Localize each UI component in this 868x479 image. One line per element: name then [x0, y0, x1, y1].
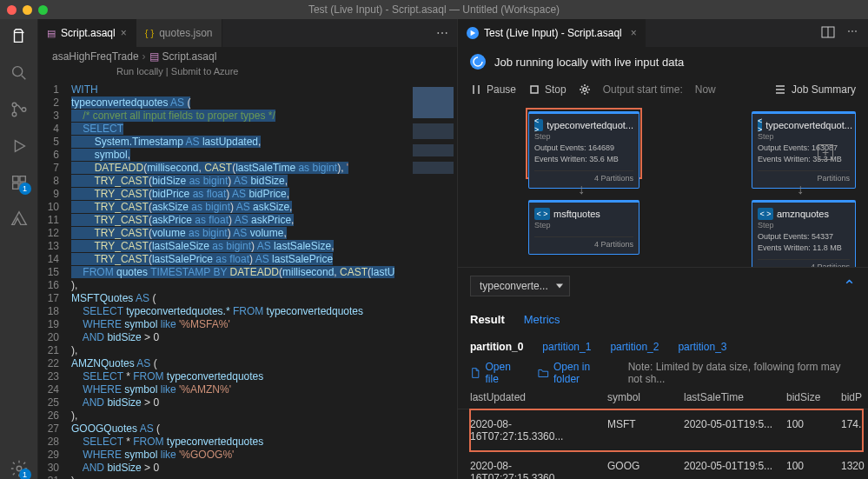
svg-point-2 — [12, 103, 17, 107]
code-editor[interactable]: WITHtypeconvertedquotes AS ( /* convert … — [71, 82, 409, 479]
tab-test-live-input[interactable]: Test (Live Input) - Script.asaql × — [458, 19, 646, 47]
partition-tabs: partition_0 partition_1 partition_2 part… — [458, 334, 868, 360]
grid-header-row: lastUpdated symbol lastSaleTime bidSize … — [470, 386, 863, 409]
col-bidsize[interactable]: bidSize — [786, 391, 834, 403]
add-node-button[interactable]: + — [818, 144, 833, 160]
partition-2-tab[interactable]: partition_2 — [610, 341, 659, 353]
arrow-down-icon: ↓ — [578, 182, 585, 197]
file-icon: ▤ — [47, 28, 56, 39]
partition-0-tab[interactable]: partition_0 — [470, 341, 523, 353]
output-start-value: Now — [695, 83, 716, 96]
node-amznquotes[interactable]: < >amznquotes Step Output Events: 54337 … — [752, 200, 856, 268]
live-test-pane: Test (Live Input) - Script.asaql × ⋯ Job… — [458, 19, 868, 479]
node-typeconvertedquotes-2[interactable]: < >typeconvertedquot... Step Output Even… — [752, 111, 856, 189]
minimap[interactable] — [409, 82, 457, 479]
file-icon: ▤ — [149, 50, 159, 63]
chevron-right-icon: › — [142, 50, 146, 63]
settings-gear-icon[interactable]: 1 — [9, 458, 30, 479]
source-control-icon[interactable] — [9, 99, 30, 120]
close-tab-icon[interactable]: × — [631, 27, 637, 39]
titlebar: Test (Live Input) - Script.asaql — Untit… — [0, 0, 868, 19]
pause-button[interactable]: Pause — [470, 83, 516, 96]
job-summary-link[interactable]: Job Summary — [774, 83, 856, 96]
job-controls: Pause Stop Output start time: Now Job Su… — [458, 77, 868, 103]
tab-label: quotes.json — [159, 27, 212, 39]
play-icon — [467, 27, 479, 39]
stop-button[interactable]: Stop — [528, 83, 567, 96]
tab-metrics[interactable]: Metrics — [524, 313, 560, 326]
step-selector-row: typeconverte... ⌃ — [458, 268, 868, 304]
close-tab-icon[interactable]: × — [121, 27, 127, 39]
right-tabs: Test (Live Input) - Script.asaql × ⋯ — [458, 19, 868, 47]
zoom-window-button[interactable] — [38, 5, 48, 15]
file-icon: { } — [145, 28, 154, 38]
result-row[interactable]: 2020-08-16T07:27:15.3360... GOOG 2020-05… — [470, 451, 863, 479]
col-symbol[interactable]: symbol — [607, 391, 677, 403]
run-debug-icon[interactable] — [9, 136, 30, 156]
col-lastsaletime[interactable]: lastSaleTime — [684, 391, 779, 403]
job-status-text: Job running locally with live input data — [494, 56, 684, 69]
svg-marker-11 — [471, 30, 476, 36]
activity-bar: 1 1 — [0, 19, 38, 479]
result-tabs: Result Metrics — [458, 304, 868, 334]
tab-script-asaql[interactable]: ▤ Script.asaql × — [38, 19, 136, 47]
breadcrumb-root[interactable]: asaHighFreqTrade — [52, 50, 139, 63]
tab-overflow-icon[interactable]: ⋯ — [427, 26, 457, 40]
svg-rect-6 — [12, 176, 17, 182]
result-grid: lastUpdated symbol lastSaleTime bidSize … — [458, 386, 868, 479]
job-diagram[interactable]: < >typeconvertedquot... Step Output Even… — [458, 103, 868, 268]
azure-icon[interactable] — [9, 209, 30, 230]
breadcrumb-file[interactable]: Script.asaql — [162, 50, 217, 63]
settings-icon[interactable] — [579, 83, 591, 96]
col-lastupdated[interactable]: lastUpdated — [470, 391, 600, 403]
svg-point-4 — [22, 108, 26, 112]
tab-label: Test (Live Input) - Script.asaql — [484, 27, 622, 39]
editor-tabs: ▤ Script.asaql × { } quotes.json ⋯ — [38, 19, 457, 47]
svg-marker-5 — [15, 141, 24, 152]
line-number-gutter: 1234567891011121314151617181920212223242… — [38, 82, 71, 479]
search-icon[interactable] — [9, 63, 30, 83]
close-window-button[interactable] — [7, 5, 17, 15]
svg-line-1 — [21, 76, 25, 80]
minimize-window-button[interactable] — [23, 5, 32, 15]
tab-label: Script.asaql — [61, 27, 116, 39]
truncation-note: Note: Limited by data size, following fo… — [628, 361, 856, 385]
svg-rect-8 — [12, 183, 17, 189]
extensions-icon[interactable]: 1 — [9, 172, 30, 193]
node-typeconvertedquotes-1[interactable]: < >typeconvertedquot... Step Output Even… — [528, 111, 639, 189]
more-actions-icon[interactable]: ⋯ — [847, 25, 858, 42]
svg-point-3 — [12, 112, 17, 116]
partition-3-tab[interactable]: partition_3 — [678, 341, 726, 353]
svg-rect-16 — [531, 86, 538, 93]
submit-to-azure-link[interactable]: Submit to Azure — [171, 66, 239, 77]
svg-point-17 — [583, 88, 586, 91]
result-file-row: Open file Open in folder Note: Limited b… — [458, 360, 868, 386]
result-row-highlighted[interactable]: 2020-08-16T07:27:15.3360... MSFT 2020-05… — [470, 409, 863, 451]
open-folder-link[interactable]: Open in folder — [538, 361, 612, 385]
svg-rect-7 — [19, 176, 24, 182]
split-editor-icon[interactable] — [821, 25, 835, 42]
window-controls — [7, 5, 48, 15]
arrow-down-icon: ↓ — [797, 182, 804, 197]
run-locally-link[interactable]: Run locally — [116, 66, 163, 77]
col-bidp[interactable]: bidP — [841, 391, 868, 403]
editor-pane: ▤ Script.asaql × { } quotes.json ⋯ asaHi… — [38, 19, 458, 479]
open-file-link[interactable]: Open file — [470, 361, 522, 385]
step-dropdown[interactable]: typeconverte... — [470, 276, 570, 296]
spinner-icon — [470, 54, 486, 70]
tab-quotes-json[interactable]: { } quotes.json — [136, 19, 222, 47]
output-start-label: Output start time: — [603, 83, 683, 96]
breadcrumb[interactable]: asaHighFreqTrade › ▤ Script.asaql — [38, 47, 457, 66]
node-msftquotes[interactable]: < >msftquotes Step 4 Partitions — [528, 200, 639, 255]
explorer-icon[interactable] — [9, 26, 30, 47]
window-title: Test (Live Input) - Script.asaql — Untit… — [308, 3, 560, 16]
collapse-panel-icon[interactable]: ⌃ — [843, 276, 856, 296]
codelens: Run locally | Submit to Azure — [38, 66, 457, 82]
tab-result[interactable]: Result — [470, 313, 505, 326]
partition-1-tab[interactable]: partition_1 — [542, 341, 591, 353]
job-status-banner: Job running locally with live input data — [458, 47, 868, 77]
svg-point-0 — [12, 67, 22, 77]
